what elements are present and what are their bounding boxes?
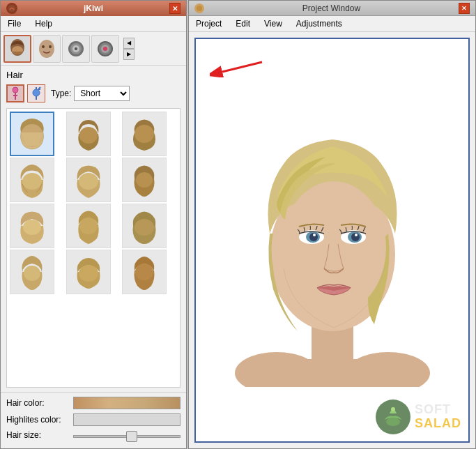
right-close-button[interactable]: ✕ <box>459 3 470 14</box>
svg-point-5 <box>49 45 52 48</box>
menu-file[interactable]: File <box>3 17 25 30</box>
svg-point-30 <box>79 218 98 234</box>
hair-color-row: Hair color: <box>6 397 181 409</box>
toolbar-nav: ◀ ▶ <box>123 38 135 60</box>
svg-point-33 <box>79 265 98 282</box>
hair-item-6[interactable] <box>122 158 167 202</box>
hair-item-7[interactable] <box>10 204 54 248</box>
hair-size-slider-container <box>73 430 181 440</box>
makeup-toolbar-button[interactable] <box>62 35 90 63</box>
toolbar-prev-button[interactable]: ◀ <box>123 38 135 49</box>
portrait-container: SOFT SALAD <box>196 39 468 441</box>
svg-line-37 <box>222 62 262 72</box>
type-select[interactable]: Short Medium Long Wavy Curly <box>74 86 130 101</box>
svg-point-34 <box>135 264 153 280</box>
right-panel: Project Window ✕ Project Edit View Adjus… <box>188 0 476 449</box>
menu-edit[interactable]: Edit <box>231 17 254 30</box>
canvas-area[interactable]: SOFT SALAD <box>194 38 470 443</box>
blush-toolbar-button[interactable] <box>91 35 119 63</box>
svg-point-54 <box>391 407 395 411</box>
hair-color-swatch[interactable] <box>73 397 181 409</box>
app-icon <box>6 3 17 14</box>
left-panel: jKiwi ✕ File Help <box>0 0 187 449</box>
svg-point-28 <box>136 172 153 188</box>
right-title: Project Window <box>204 3 459 13</box>
hair-toolbar-button[interactable] <box>3 35 31 63</box>
svg-point-9 <box>75 47 77 50</box>
red-arrow <box>210 56 266 77</box>
watermark-text-container: SOFT SALAD <box>415 403 461 431</box>
svg-point-26 <box>22 173 42 190</box>
svg-point-53 <box>386 418 400 426</box>
highlites-color-swatch[interactable] <box>73 413 181 426</box>
bottom-controls: Hair color: Highlites color: Hair size: <box>1 392 186 448</box>
svg-point-48 <box>355 234 358 236</box>
svg-point-4 <box>42 45 45 48</box>
toolbar-next-button[interactable]: ▶ <box>123 49 135 60</box>
menu-project[interactable]: Project <box>192 17 226 30</box>
hair-item-9[interactable] <box>122 204 167 248</box>
svg-point-13 <box>103 47 107 51</box>
hair-item-1[interactable] <box>10 112 54 156</box>
highlites-color-row: Highlites color: <box>6 413 181 426</box>
face-portrait <box>235 94 430 387</box>
hair-item-4[interactable] <box>10 158 54 202</box>
svg-point-44 <box>313 234 316 236</box>
svg-rect-51 <box>277 359 388 387</box>
face-toolbar-button[interactable] <box>33 35 61 63</box>
left-toolbar: ◀ ▶ <box>1 32 186 66</box>
left-title-bar: jKiwi ✕ <box>1 1 186 16</box>
hair-content-area: Hair Type: <box>1 66 186 392</box>
hair-grid-container[interactable] <box>6 108 181 388</box>
hair-color-label: Hair color: <box>6 398 69 408</box>
hair-grid <box>7 109 180 297</box>
hair-item-2[interactable] <box>66 112 111 156</box>
svg-point-27 <box>79 173 98 190</box>
svg-point-18 <box>33 89 40 96</box>
highlites-color-label: Highlites color: <box>6 415 69 425</box>
hair-item-3[interactable] <box>122 112 167 156</box>
right-title-bar: Project Window ✕ <box>189 1 475 16</box>
hair-item-8[interactable] <box>66 204 111 248</box>
svg-point-25 <box>135 125 154 143</box>
section-title: Hair <box>6 70 181 80</box>
svg-point-3 <box>39 40 54 58</box>
type-label: Type: <box>51 89 71 98</box>
hair-item-11[interactable] <box>66 250 111 294</box>
menu-help[interactable]: Help <box>31 17 56 30</box>
left-close-button[interactable]: ✕ <box>169 3 181 14</box>
hair-size-slider[interactable] <box>73 435 181 438</box>
hair-size-row: Hair size: <box>6 430 181 440</box>
left-menu-bar: File Help <box>1 16 186 32</box>
menu-view[interactable]: View <box>260 17 286 30</box>
hair-item-10[interactable] <box>10 250 54 294</box>
right-app-icon <box>194 3 204 13</box>
svg-point-24 <box>79 127 98 144</box>
svg-point-29 <box>23 220 41 235</box>
type-row: Type: Short Medium Long Wavy Curly <box>6 84 181 102</box>
hair-item-5[interactable] <box>66 158 111 202</box>
hair-size-label: Hair size: <box>6 430 69 440</box>
male-gender-button[interactable] <box>27 84 45 102</box>
watermark: SOFT SALAD <box>376 399 461 434</box>
svg-point-35 <box>197 6 202 11</box>
watermark-soft: SOFT <box>415 403 461 417</box>
right-menu-bar: Project Edit View Adjustments <box>189 16 475 32</box>
female-gender-button[interactable] <box>6 84 24 102</box>
svg-point-32 <box>24 266 40 281</box>
left-title: jKiwi <box>17 3 169 13</box>
menu-adjustments[interactable]: Adjustments <box>292 17 346 30</box>
svg-point-14 <box>13 87 18 93</box>
svg-point-31 <box>135 219 154 236</box>
watermark-salad: SALAD <box>415 417 461 431</box>
hair-item-12[interactable] <box>122 250 167 294</box>
watermark-logo <box>376 399 410 434</box>
